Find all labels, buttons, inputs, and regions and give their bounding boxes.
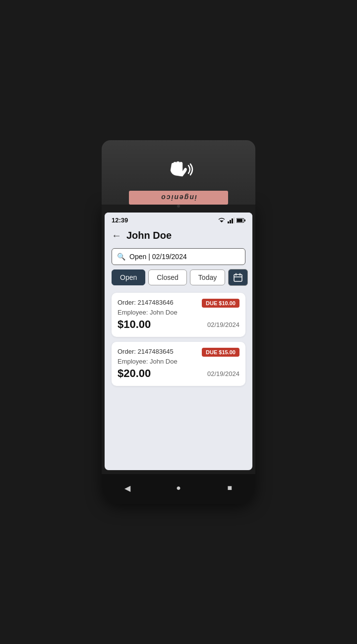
due-badge-1: DUE $10.00: [202, 299, 239, 308]
order-amount-1: $10.00: [118, 318, 151, 331]
svg-rect-2: [230, 220, 231, 223]
calendar-button[interactable]: [228, 269, 248, 286]
svg-rect-7: [244, 219, 245, 221]
signal-icon: [228, 217, 235, 223]
search-icon: 🔍: [117, 253, 125, 261]
calendar-icon: [234, 273, 242, 282]
page-title: John Doe: [126, 230, 172, 241]
order-number-1: Order: 2147483646: [118, 299, 174, 306]
filter-tabs: Open Closed Today: [105, 269, 252, 291]
tab-today[interactable]: Today: [190, 269, 225, 285]
status-bar: 12:39: [105, 213, 252, 226]
device-wrapper: ingenico 12:39: [94, 140, 263, 504]
back-button[interactable]: ←: [112, 230, 121, 241]
order-date-1: 02/19/2024: [207, 321, 239, 328]
order-card-1-footer: $10.00 02/19/2024: [118, 318, 239, 331]
nav-back-button[interactable]: ◀: [119, 479, 136, 497]
svg-rect-4: [234, 217, 235, 223]
svg-rect-1: [228, 221, 229, 223]
nav-recents-button[interactable]: ■: [221, 479, 238, 497]
status-icons: [218, 217, 245, 223]
phone-body: 12:39: [102, 205, 255, 504]
nav-bar: ◀ ● ■: [102, 474, 255, 504]
camera-dot: [177, 205, 180, 208]
battery-icon: [237, 218, 245, 223]
svg-rect-6: [237, 219, 242, 222]
orders-list: Order: 2147483646 DUE $10.00 Employee: J…: [105, 291, 252, 388]
order-number-2: Order: 2147483645: [118, 348, 174, 355]
order-date-2: 02/19/2024: [207, 370, 239, 377]
order-card-2-header: Order: 2147483645 DUE $15.00: [118, 348, 239, 357]
ingenico-label: ingenico: [129, 191, 228, 205]
tab-open[interactable]: Open: [112, 269, 145, 285]
svg-rect-3: [232, 218, 233, 223]
order-amount-2: $20.00: [118, 367, 151, 380]
status-time: 12:39: [112, 216, 128, 224]
search-value: Open | 02/19/2024: [129, 253, 187, 261]
search-bar[interactable]: 🔍 Open | 02/19/2024: [112, 248, 245, 265]
terminal-top: ingenico: [102, 140, 255, 205]
wifi-icon: [218, 217, 226, 223]
nfc-icon: [163, 160, 194, 181]
employee-name-2: Employee: John Doe: [118, 358, 239, 365]
order-card-2-footer: $20.00 02/19/2024: [118, 367, 239, 380]
employee-name-1: Employee: John Doe: [118, 309, 239, 316]
tab-closed[interactable]: Closed: [148, 269, 187, 285]
nav-home-button[interactable]: ●: [170, 479, 187, 497]
svg-marker-0: [220, 220, 224, 222]
content-spacer: [105, 388, 252, 447]
app-header: ← John Doe: [105, 226, 252, 246]
phone-screen: 12:39: [105, 213, 252, 470]
screen-container: 12:39: [102, 209, 255, 474]
order-card-2[interactable]: Order: 2147483645 DUE $15.00 Employee: J…: [112, 342, 245, 386]
due-badge-2: DUE $15.00: [202, 348, 239, 357]
search-bar-container: 🔍 Open | 02/19/2024: [105, 246, 252, 269]
svg-rect-8: [234, 274, 242, 281]
order-card-1-header: Order: 2147483646 DUE $10.00: [118, 299, 239, 308]
order-card-1[interactable]: Order: 2147483646 DUE $10.00 Employee: J…: [112, 293, 245, 337]
